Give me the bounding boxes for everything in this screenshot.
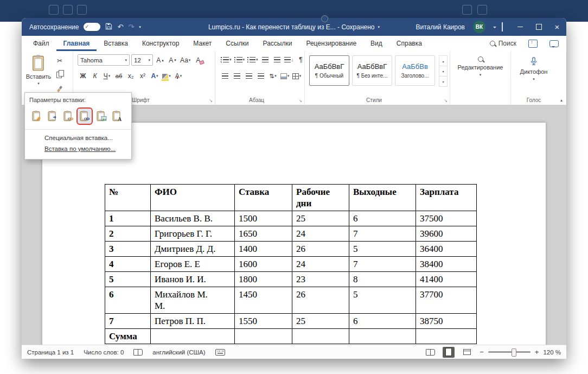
collapse-ribbon-icon[interactable]: ▴ — [560, 98, 563, 103]
table-cell[interactable]: 37500 — [416, 211, 477, 226]
table-cell[interactable]: 24 — [292, 226, 349, 242]
justify-button[interactable] — [255, 71, 266, 81]
table-header-cell[interactable]: Ставка — [235, 185, 292, 211]
decrease-indent-button[interactable] — [260, 54, 271, 65]
clear-formatting-button[interactable]: А — [193, 55, 203, 66]
tab-insert[interactable]: Вставка — [97, 36, 135, 51]
table-cell[interactable]: 26 — [292, 242, 349, 257]
table-cell[interactable]: Егоров Е. Е — [151, 257, 235, 272]
strikethrough-button[interactable]: аб — [113, 71, 124, 81]
table-cell[interactable]: Сумма — [105, 329, 151, 344]
table-cell[interactable]: 6 — [105, 287, 151, 314]
tab-layout[interactable]: Макет — [186, 36, 219, 51]
table-cell[interactable]: 1600 — [235, 257, 292, 272]
table-cell[interactable]: 1 — [105, 211, 151, 226]
table-cell[interactable]: 1650 — [235, 226, 292, 242]
table-cell[interactable]: 2 — [105, 226, 151, 242]
editing-menu-button[interactable]: Редактирование ▾ — [450, 56, 510, 77]
paste-option-link-keep-source-formatting-icon[interactable] — [61, 108, 75, 124]
table-header-cell[interactable]: № — [105, 185, 151, 211]
style-card-normal[interactable]: АаБбВвГ ¶ Обычный — [309, 55, 349, 86]
save-icon[interactable] — [105, 23, 112, 31]
word-count[interactable]: Число слов: 0 — [84, 349, 124, 356]
minimize-button[interactable] — [511, 18, 529, 36]
styles-scroll-up-icon[interactable]: ▴ — [439, 56, 447, 66]
table-cell[interactable]: 7 — [105, 314, 151, 329]
copy-button[interactable] — [54, 69, 65, 80]
styles-dialog-launcher[interactable]: ↘ — [444, 98, 448, 103]
table-cell[interactable]: 6 — [349, 314, 416, 329]
grow-font-button[interactable]: А▴ — [155, 55, 165, 66]
shading-button[interactable]: ▾ — [279, 71, 290, 81]
table-cell[interactable]: Петров П. П. — [151, 314, 235, 329]
comments-icon[interactable] — [549, 40, 559, 47]
table-cell[interactable]: 36400 — [416, 242, 477, 257]
change-case-button[interactable]: Аа▾ — [180, 55, 191, 66]
default-paste-item[interactable]: Вставка по умолчанию... — [29, 143, 127, 154]
tab-mailings[interactable]: Рассылки — [256, 36, 299, 51]
table-cell[interactable]: 38400 — [416, 257, 477, 272]
font-color-button[interactable]: А▾ — [173, 71, 184, 81]
zoom-in-button[interactable]: + — [535, 348, 539, 356]
paste-option-use-destination-styles-icon[interactable] — [45, 108, 60, 124]
table-cell[interactable]: 4 — [105, 257, 151, 272]
table-cell[interactable]: 37700 — [416, 287, 477, 314]
zoom-slider-knob[interactable] — [512, 348, 516, 357]
style-card-no-spacing[interactable]: АаБбВвГ ¶ Без инте... — [352, 55, 392, 86]
table-cell[interactable] — [292, 329, 349, 344]
borders-button[interactable]: ▾ — [291, 71, 302, 81]
window-title[interactable]: Lumpics.ru - Как перенести таблицу из E.… — [208, 23, 380, 31]
table-cell[interactable]: 5 — [349, 287, 416, 314]
undo-icon[interactable]: ↶ — [117, 23, 123, 30]
dictate-button[interactable]: Диктофон ▾ — [511, 56, 557, 81]
table-cell[interactable]: 1400 — [235, 242, 292, 257]
keyboard-icon[interactable] — [215, 349, 225, 356]
multilevel-list-button[interactable]: ▾ — [246, 54, 259, 65]
shrink-font-button[interactable]: А▾ — [167, 55, 178, 66]
sort-button[interactable]: ↓ — [284, 54, 295, 65]
quick-access-chevron-icon[interactable]: ▾ — [139, 25, 141, 29]
table-cell[interactable]: 6 — [349, 211, 416, 226]
styles-more-icon[interactable]: ▾ — [439, 76, 447, 86]
table-cell[interactable]: 5 — [105, 272, 151, 287]
line-spacing-button[interactable]: ⇅▾ — [267, 71, 278, 81]
read-mode-button[interactable] — [424, 347, 436, 358]
page-indicator[interactable]: Страница 1 из 1 — [27, 349, 74, 356]
table-cell[interactable]: 1450 — [235, 287, 292, 314]
table-cell[interactable]: 39600 — [416, 226, 477, 242]
table-cell[interactable]: 1800 — [235, 272, 292, 287]
share-icon[interactable] — [528, 40, 538, 48]
superscript-button[interactable]: x² — [137, 71, 148, 81]
table-cell[interactable] — [151, 329, 235, 344]
styles-scroll-down-icon[interactable]: ▾ — [439, 66, 447, 76]
table-cell[interactable]: Михайлов М. М. — [151, 287, 235, 314]
tab-view[interactable]: Вид — [363, 36, 389, 51]
table-cell[interactable]: 23 — [292, 272, 349, 287]
maximize-button[interactable] — [529, 18, 548, 36]
language-indicator[interactable]: английский (США) — [152, 349, 205, 356]
paste-option-link-use-destination-styles-icon[interactable] — [78, 109, 91, 123]
paste-button[interactable]: Вставить ▾ — [26, 54, 51, 93]
font-name-combo[interactable]: Tahoma ▾ — [78, 54, 130, 66]
redo-icon[interactable]: ↷ — [128, 23, 134, 30]
table-cell[interactable]: 1550 — [235, 314, 292, 329]
table-cell[interactable]: 3 — [105, 242, 151, 257]
tab-file[interactable]: Файл — [26, 36, 56, 51]
font-size-combo[interactable]: 12 ▾ — [131, 54, 153, 66]
underline-button[interactable]: Ч▾ — [101, 71, 112, 81]
print-layout-button[interactable] — [443, 347, 455, 358]
bold-button[interactable]: Ж — [78, 71, 88, 81]
zoom-slider[interactable] — [488, 351, 531, 353]
align-center-button[interactable] — [232, 71, 242, 81]
table-header-cell[interactable]: Зарплата — [416, 185, 477, 211]
table-cell[interactable]: 1500 — [235, 211, 292, 226]
user-name[interactable]: Виталий Каиров — [416, 23, 465, 31]
avatar[interactable]: ВК — [473, 21, 485, 33]
tab-home[interactable]: Главная — [56, 36, 97, 51]
table-cell[interactable]: 38750 — [416, 314, 477, 329]
table-cell[interactable] — [416, 329, 477, 344]
tab-references[interactable]: Ссылки — [219, 36, 255, 51]
subscript-button[interactable]: x₂ — [125, 71, 136, 81]
tab-design[interactable]: Конструктор — [135, 36, 186, 51]
table-cell[interactable] — [349, 329, 416, 344]
